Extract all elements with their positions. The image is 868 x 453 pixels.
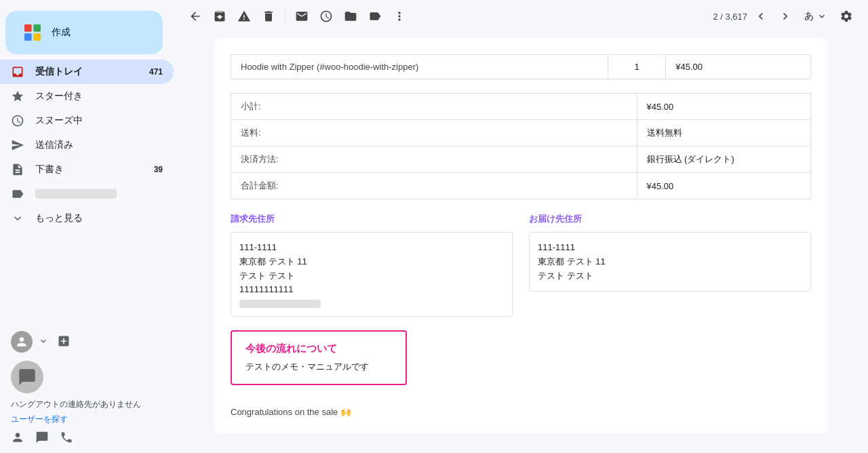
- email-area: Hoodie with Zipper (#woo-hoodie-with-zip…: [174, 33, 868, 453]
- subtotal-row: 小計: ¥45.00: [231, 94, 811, 120]
- sidebar-item-label[interactable]: [0, 182, 174, 206]
- contact-icon-button[interactable]: [11, 431, 24, 448]
- drafts-badge: 39: [154, 165, 163, 174]
- chevron-down-icon: [11, 212, 24, 225]
- next-email-button[interactable]: [774, 5, 796, 27]
- more-options-button[interactable]: [389, 5, 410, 27]
- chat-icon-button[interactable]: [35, 431, 49, 448]
- page-number: 2 / 3,617: [713, 12, 747, 22]
- add-account-button[interactable]: [54, 332, 73, 353]
- report-button[interactable]: [233, 5, 255, 27]
- label-icon: [11, 187, 24, 201]
- billing-line1: 111-1111: [239, 241, 504, 255]
- sidebar-item-starred[interactable]: スター付き: [0, 84, 174, 109]
- sidebar-item-sent[interactable]: 送信済み: [0, 133, 174, 157]
- billing-address-col: 請求先住所 111-1111 東京都 テスト 11 テスト テスト 111111…: [231, 213, 513, 317]
- shipping-address-title: お届け先住所: [529, 213, 811, 225]
- total-row: 合計金額: ¥45.00: [231, 173, 811, 199]
- svg-rect-3: [33, 33, 41, 41]
- starred-label: スター付き: [35, 90, 163, 102]
- back-button[interactable]: [184, 5, 206, 27]
- main-content: 2 / 3,617 あ Hoodie wit: [174, 0, 868, 453]
- shipping-label: 送料:: [231, 120, 637, 146]
- price-cell: ¥45.00: [666, 55, 811, 79]
- shipping-line2: 東京都 テスト 11: [538, 255, 802, 269]
- sidebar-item-snoozed[interactable]: スヌーズ中: [0, 109, 174, 133]
- move-button[interactable]: [340, 5, 361, 27]
- inbox-label: 受信トレイ: [35, 66, 138, 78]
- billing-line3: テスト テスト: [239, 269, 504, 283]
- qty-cell: 1: [608, 55, 666, 79]
- billing-line4: 11111111111: [239, 283, 504, 297]
- address-section: 請求先住所 111-1111 東京都 テスト 11 テスト テスト 111111…: [231, 213, 811, 317]
- inbox-badge: 471: [149, 67, 163, 77]
- congratulations-text: Congratulations on the sale 🙌: [231, 407, 811, 417]
- order-details-table: Hoodie with Zipper (#woo-hoodie-with-zip…: [231, 54, 811, 79]
- prev-email-button[interactable]: [750, 5, 772, 27]
- lang-label: あ: [804, 10, 814, 22]
- payment-row: 決済方法: 銀行振込 (ダイレクト): [231, 146, 811, 173]
- label-button[interactable]: [364, 5, 386, 27]
- phone-icon-button[interactable]: [60, 431, 73, 448]
- inbox-icon: [11, 65, 24, 79]
- subtotal-value: ¥45.00: [637, 94, 811, 120]
- label-blurred: [35, 189, 117, 199]
- sidebar: 作成 受信トレイ 471 スター付き スヌーズ中 送信済み 下書き 39: [0, 0, 174, 453]
- mark-read-button[interactable]: [291, 5, 313, 27]
- sent-label: 送信済み: [35, 139, 163, 151]
- chat-icons-row: [11, 431, 163, 448]
- total-label: 合計金額:: [231, 173, 637, 199]
- avatar[interactable]: [11, 331, 33, 353]
- next-steps-body: テストのメモ・マニュアルです: [245, 361, 392, 373]
- total-value: ¥45.00: [637, 173, 811, 199]
- hangout-avatar: [11, 361, 43, 393]
- billing-address-title: 請求先住所: [231, 213, 513, 225]
- sidebar-item-inbox[interactable]: 受信トレイ 471: [0, 60, 174, 84]
- subtotal-label: 小計:: [231, 94, 637, 120]
- shipping-address-col: お届け先住所 111-1111 東京都 テスト 11 テスト テスト: [529, 213, 811, 317]
- shipping-line1: 111-1111: [538, 241, 802, 255]
- more-label: もっと見る: [35, 212, 163, 224]
- settings-button[interactable]: [835, 5, 857, 27]
- product-name-cell: Hoodie with Zipper (#woo-hoodie-with-zip…: [231, 55, 608, 79]
- snooze-button[interactable]: [315, 5, 337, 27]
- hangout-no-contact-text: ハングアウトの連絡先がありません: [11, 399, 163, 410]
- next-steps-title: 今後の流れについて: [245, 342, 392, 355]
- shipping-line3: テスト テスト: [538, 269, 802, 283]
- compose-label: 作成: [52, 26, 71, 39]
- draft-icon: [11, 163, 24, 176]
- svg-rect-2: [24, 33, 32, 41]
- svg-rect-1: [33, 24, 41, 32]
- sidebar-item-more[interactable]: もっと見る: [0, 206, 174, 231]
- language-button[interactable]: あ: [799, 7, 833, 25]
- billing-blurred: [239, 300, 321, 308]
- snoozed-label: スヌーズ中: [35, 115, 163, 127]
- delete-button[interactable]: [258, 5, 279, 27]
- star-icon: [11, 90, 24, 103]
- billing-line2: 東京都 テスト 11: [239, 255, 504, 269]
- shipping-value: 送料無料: [637, 120, 811, 146]
- drafts-label: 下書き: [35, 163, 143, 176]
- clock-icon: [11, 114, 24, 127]
- sidebar-item-drafts[interactable]: 下書き 39: [0, 157, 174, 182]
- billing-address-box: 111-1111 東京都 テスト 11 テスト テスト 11111111111: [231, 232, 513, 317]
- page-info: 2 / 3,617: [713, 12, 747, 22]
- product-row: Hoodie with Zipper (#woo-hoodie-with-zip…: [231, 55, 811, 79]
- payment-label: 決済方法:: [231, 146, 637, 173]
- toolbar: 2 / 3,617 あ: [174, 0, 868, 33]
- shipping-address-box: 111-1111 東京都 テスト 11 テスト テスト: [529, 232, 811, 292]
- compose-icon: [22, 22, 43, 43]
- toolbar-right: あ: [750, 5, 857, 27]
- compose-button[interactable]: 作成: [5, 11, 163, 54]
- svg-rect-0: [24, 24, 32, 32]
- find-user-link[interactable]: ユーザーを探す: [11, 414, 68, 424]
- send-icon: [11, 138, 24, 152]
- user-row: [11, 331, 163, 353]
- order-summary-table: 小計: ¥45.00 送料: 送料無料 決済方法: 銀行振込 (ダイレクト) 合…: [231, 93, 811, 199]
- next-steps-box: 今後の流れについて テストのメモ・マニュアルです: [231, 330, 407, 385]
- email-body: Hoodie with Zipper (#woo-hoodie-with-zip…: [214, 38, 827, 433]
- archive-button[interactable]: [209, 5, 231, 27]
- payment-value: 銀行振込 (ダイレクト): [637, 146, 811, 173]
- chevron-down-small[interactable]: [38, 336, 49, 349]
- shipping-row: 送料: 送料無料: [231, 120, 811, 146]
